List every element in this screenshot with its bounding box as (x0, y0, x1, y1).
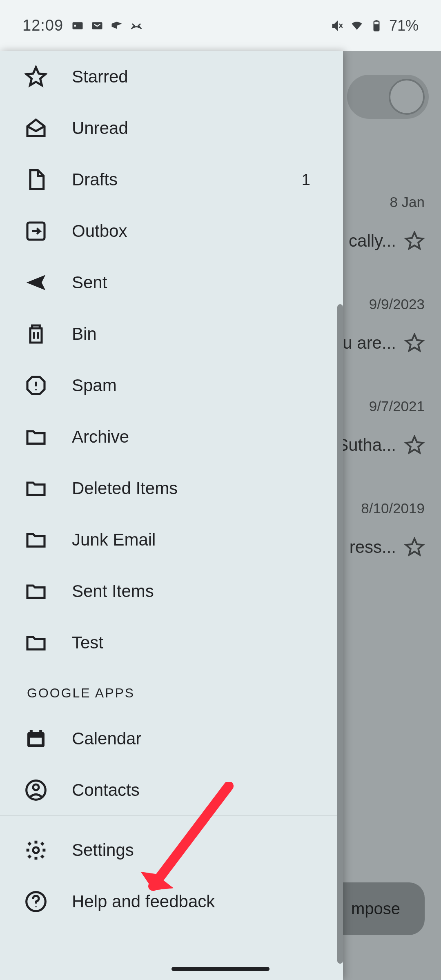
bg-email-row: 9/7/2021 Sutha... (337, 398, 425, 455)
drawer-item-sent[interactable]: Sent (0, 257, 343, 308)
drawer-item-drafts[interactable]: Drafts 1 (0, 154, 343, 205)
drawer-item-spam[interactable]: Spam (0, 360, 343, 411)
section-header-google-apps: GOOGLE APPS (0, 668, 343, 713)
drawer-item-label: Archive (72, 427, 331, 447)
svg-rect-4 (375, 20, 377, 22)
trash-icon (24, 323, 47, 345)
svg-rect-5 (374, 24, 379, 31)
app-notif-icon-1 (71, 20, 85, 32)
drawer-item-calendar[interactable]: Calendar (0, 713, 343, 764)
mail-open-icon (24, 117, 47, 140)
toggle-knob (389, 79, 425, 115)
clock: 12:09 (22, 17, 63, 34)
app-notif-icon-3 (110, 20, 124, 32)
drawer-item-label: Bin (72, 324, 331, 344)
drawer-item-label: Unread (72, 118, 331, 138)
svg-point-11 (33, 847, 39, 853)
drawer-item-label: Help and feedback (72, 892, 331, 911)
status-right: 71% (330, 17, 419, 34)
settings-icon (24, 839, 47, 862)
app-notif-icon-2 (90, 20, 104, 32)
svg-point-1 (74, 24, 76, 27)
drawer-item-help[interactable]: Help and feedback (0, 876, 343, 927)
drawer-item-contacts[interactable]: Contacts (0, 764, 343, 816)
drawer-item-label: Sent Items (72, 581, 331, 601)
star-icon (24, 65, 47, 88)
contacts-icon (24, 779, 47, 802)
drawer-item-settings[interactable]: Settings (0, 824, 343, 876)
folder-icon (24, 580, 47, 603)
bg-email-row: 8 Jan cally... (349, 194, 425, 251)
bg-email-row: 8/10/2019 ress... (350, 500, 425, 557)
drawer-item-test[interactable]: Test (0, 617, 343, 668)
drawer-item-label: Deleted Items (72, 479, 331, 498)
main-content: 8 Jan cally... 9/9/2023 u are... 9/7/202… (0, 51, 441, 980)
drawer-item-label: Drafts (72, 170, 302, 189)
send-icon (24, 271, 47, 294)
drawer-item-bin[interactable]: Bin (0, 308, 343, 360)
navigation-handle[interactable] (172, 967, 270, 971)
star-outline-icon (404, 333, 425, 353)
drawer-item-label: Calendar (72, 729, 331, 748)
bg-email-row: 9/9/2023 u are... (343, 296, 425, 353)
missed-call-icon (129, 20, 143, 32)
drawer-item-label: Sent (72, 273, 331, 292)
star-outline-icon (404, 537, 425, 557)
star-outline-icon (404, 231, 425, 251)
outbox-icon (24, 220, 47, 243)
drawer-item-outbox[interactable]: Outbox (0, 205, 343, 257)
status-left: 12:09 (22, 17, 143, 34)
navigation-drawer: Starred Unread Drafts 1 Outbox (0, 51, 343, 980)
folder-icon (24, 477, 47, 500)
drawer-item-label: Settings (72, 840, 331, 860)
spam-icon (24, 374, 47, 397)
drawer-item-deleted-items[interactable]: Deleted Items (0, 463, 343, 514)
notification-icons (71, 20, 143, 32)
help-icon (24, 890, 47, 913)
folder-icon (24, 631, 47, 654)
mute-icon (330, 20, 344, 32)
drawer-item-label: Contacts (72, 780, 331, 800)
drawer-item-label: Spam (72, 376, 331, 395)
drawer-item-label: Test (72, 633, 331, 653)
drawer-item-count: 1 (302, 171, 310, 189)
star-outline-icon (404, 435, 425, 455)
svg-rect-8 (30, 738, 42, 744)
battery-percent: 71% (389, 17, 419, 34)
drawer-item-label: Junk Email (72, 530, 331, 550)
drawer-item-starred[interactable]: Starred (0, 51, 343, 102)
drawer-item-sent-items[interactable]: Sent Items (0, 566, 343, 617)
draft-icon (24, 168, 47, 191)
drawer-item-archive[interactable]: Archive (0, 411, 343, 463)
drawer-item-unread[interactable]: Unread (0, 102, 343, 154)
calendar-icon (24, 727, 47, 750)
drawer-item-junk-email[interactable]: Junk Email (0, 514, 343, 566)
drawer-item-label: Starred (72, 67, 331, 87)
drawer-scrollbar[interactable] (337, 304, 343, 964)
status-bar: 12:09 71% (0, 0, 441, 51)
drawer-item-label: Outbox (72, 221, 331, 241)
divider (0, 815, 343, 824)
folder-icon (24, 528, 47, 551)
wifi-icon (350, 20, 364, 32)
battery-icon (370, 20, 383, 32)
background-toggle[interactable] (347, 75, 429, 119)
folder-icon (24, 425, 47, 448)
svg-point-10 (33, 784, 39, 790)
